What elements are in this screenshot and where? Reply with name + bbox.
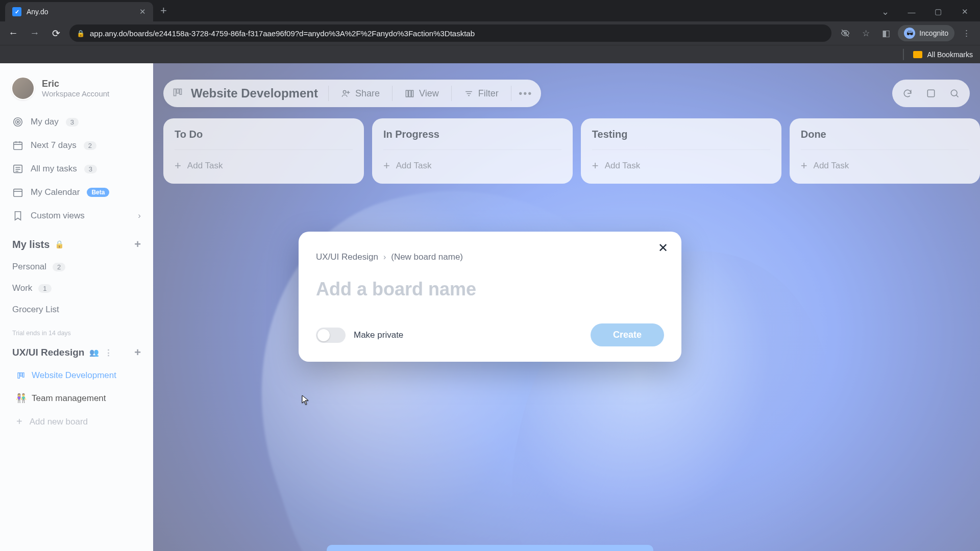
minimize-icon[interactable]: — (900, 2, 923, 21)
forward-button[interactable]: → (27, 25, 43, 41)
anydo-favicon: ✓ (12, 7, 21, 16)
new-tab-button[interactable]: + (153, 4, 174, 17)
bookmark-star-icon[interactable]: ☆ (857, 24, 874, 42)
tracking-blocked-icon[interactable] (837, 24, 854, 42)
all-bookmarks-link[interactable]: All Bookmarks (927, 51, 973, 59)
incognito-label: Incognito (919, 29, 948, 37)
close-window-icon[interactable]: ✕ (953, 2, 976, 21)
breadcrumb-current: (New board name) (391, 252, 463, 262)
close-modal-button[interactable]: ✕ (655, 240, 671, 256)
folder-icon (913, 51, 922, 58)
make-private-label: Make private (354, 330, 403, 340)
tab-title: Any.do (27, 8, 48, 16)
close-tab-icon[interactable]: ✕ (139, 7, 146, 16)
board-name-input[interactable] (316, 276, 664, 317)
browser-tab[interactable]: ✓ Any.do ✕ (5, 2, 153, 21)
create-button[interactable]: Create (591, 323, 664, 346)
bookmarks-bar: │ All Bookmarks (0, 45, 980, 63)
make-private-toggle[interactable] (316, 328, 346, 343)
breadcrumb: UX/UI Redesign › (New board name) (316, 252, 664, 262)
breadcrumb-parent[interactable]: UX/UI Redesign (316, 252, 378, 262)
url-text: app.any.do/boards/e244158a-3728-4759-86f… (90, 29, 475, 38)
incognito-indicator[interactable]: 🕶 Incognito (898, 25, 954, 41)
back-button[interactable]: ← (5, 25, 21, 41)
address-bar[interactable]: 🔒 app.any.do/boards/e244158a-3728-4759-8… (69, 24, 831, 42)
browser-menu-icon[interactable]: ⋮ (958, 24, 975, 42)
chevron-right-icon: › (383, 253, 386, 262)
browser-toolbar: ← → ⟳ 🔒 app.any.do/boards/e244158a-3728-… (0, 21, 980, 45)
maximize-icon[interactable]: ▢ (927, 2, 949, 21)
app-viewport: Eric Workspace Account My day 3 Next 7 d… (0, 63, 980, 551)
reload-button[interactable]: ⟳ (48, 25, 64, 41)
browser-titlebar: ✓ Any.do ✕ + ⌄ — ▢ ✕ (0, 0, 980, 21)
new-board-modal: ✕ UX/UI Redesign › (New board name) Make… (299, 232, 681, 362)
lock-icon: 🔒 (77, 30, 85, 37)
tab-search-icon[interactable]: ⌄ (874, 2, 896, 21)
incognito-icon: 🕶 (904, 28, 915, 39)
window-controls: ⌄ — ▢ ✕ (870, 2, 980, 21)
extensions-icon[interactable]: ◧ (877, 24, 895, 42)
bookmarks-separator: │ (901, 49, 906, 60)
